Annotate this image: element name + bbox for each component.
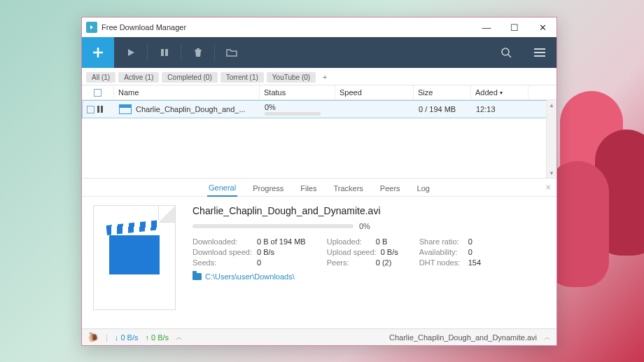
tab-files[interactable]: Files: [299, 181, 318, 196]
statusbar-filename: Charlie_Chaplin_Dough_and_Dynamite.avi: [389, 333, 537, 342]
app-title: Free Download Manager: [102, 23, 186, 32]
tab-log[interactable]: Log: [416, 181, 431, 196]
filter-torrent[interactable]: Torrent (1): [220, 72, 264, 83]
tab-trackers[interactable]: Trackers: [332, 181, 364, 196]
row-speed: [336, 101, 414, 118]
tab-peers[interactable]: Peers: [379, 181, 402, 196]
svg-rect-1: [165, 49, 168, 56]
app-window: Free Download Manager — ☐ ✕ All (1) Acti…: [81, 17, 557, 346]
svg-point-2: [502, 48, 509, 55]
app-logo-icon: [86, 22, 97, 33]
menu-button[interactable]: [523, 37, 556, 68]
maximize-button[interactable]: ☐: [500, 18, 528, 37]
add-button[interactable]: [82, 37, 114, 68]
scrollbar[interactable]: ▲ ▼: [546, 100, 556, 178]
close-button[interactable]: ✕: [528, 18, 556, 37]
snail-mode-button[interactable]: 🐌: [88, 332, 99, 342]
peers-value: 0 (2): [376, 258, 392, 267]
ulspeed-label: Upload speed:: [327, 248, 377, 256]
pause-button[interactable]: [148, 37, 181, 68]
global-download-rate: ↓ 0 B/s: [115, 333, 139, 342]
details-percent: 0%: [359, 222, 370, 230]
minimize-button[interactable]: —: [472, 18, 500, 37]
tab-general[interactable]: General: [207, 181, 237, 197]
row-added: 12:13: [476, 105, 496, 113]
details-panel: General Progress Files Trackers Peers Lo…: [82, 179, 556, 328]
downloaded-label: Downloaded:: [192, 237, 253, 246]
toolbar: [82, 37, 556, 68]
avail-label: Availability:: [419, 248, 464, 256]
dht-value: 154: [468, 258, 481, 267]
scroll-up-icon[interactable]: ▲: [547, 100, 556, 110]
downloaded-value: 0 B of 194 MB: [257, 237, 306, 246]
svg-rect-0: [161, 49, 164, 56]
delete-button[interactable]: [181, 37, 215, 68]
row-status: 0%: [265, 103, 276, 111]
filter-completed[interactable]: Completed (0): [162, 72, 217, 83]
ratio-label: Share ratio:: [419, 237, 464, 246]
col-speed[interactable]: Speed: [335, 85, 414, 99]
statusbar: 🐌 | ↓ 0 B/s ↑ 0 B/s ︿ Charlie_Chaplin_Do…: [82, 328, 556, 345]
download-list: Charlie_Chaplin_Dough_and_... 0% 0 / 194…: [82, 100, 556, 179]
titlebar[interactable]: Free Download Manager — ☐ ✕: [82, 18, 556, 37]
uploaded-label: Uploaded:: [327, 237, 372, 246]
search-button[interactable]: [489, 37, 523, 68]
table-header: Name Status Speed Size Added ▾: [82, 85, 556, 100]
col-status[interactable]: Status: [260, 85, 335, 99]
row-filename: Charlie_Chaplin_Dough_and_...: [136, 105, 246, 113]
filter-tabs: All (1) Active (1) Completed (0) Torrent…: [82, 68, 556, 85]
video-file-icon: [119, 104, 132, 114]
tab-progress[interactable]: Progress: [251, 181, 285, 196]
row-checkbox[interactable]: [87, 106, 94, 113]
rate-menu-button[interactable]: ︿: [176, 333, 183, 342]
filter-all[interactable]: All (1): [86, 72, 115, 83]
peers-label: Peers:: [327, 258, 372, 267]
uploaded-value: 0 B: [376, 237, 388, 246]
paused-icon: [97, 106, 103, 113]
folder-icon: [192, 273, 202, 280]
select-all-checkbox[interactable]: [94, 89, 102, 97]
details-close-button[interactable]: ×: [545, 182, 551, 193]
col-size[interactable]: Size: [414, 85, 471, 99]
filter-youtube[interactable]: YouTube (0): [267, 72, 316, 83]
col-added[interactable]: Added ▾: [471, 85, 528, 99]
ulspeed-value: 0 B/s: [381, 248, 398, 256]
file-thumbnail: [93, 205, 176, 310]
details-progressbar: [192, 224, 354, 228]
details-title: Charlie_Chaplin_Dough_and_Dynamite.avi: [192, 205, 545, 216]
row-size: 0 / 194 MB: [419, 105, 456, 113]
folder-button[interactable]: [215, 37, 248, 68]
dlspeed-value: 0 B/s: [257, 248, 274, 256]
table-row[interactable]: Charlie_Chaplin_Dough_and_... 0% 0 / 194…: [82, 100, 556, 118]
filter-active[interactable]: Active (1): [118, 72, 159, 83]
ratio-value: 0: [468, 237, 472, 246]
dht-label: DHT nodes:: [419, 258, 464, 267]
avail-value: 0: [468, 248, 472, 256]
col-name[interactable]: Name: [114, 85, 260, 99]
scroll-down-icon[interactable]: ▼: [547, 168, 556, 178]
sort-desc-icon: ▾: [500, 90, 503, 96]
open-folder-link[interactable]: C:\Users\user\Downloads\: [192, 272, 545, 281]
download-path: C:\Users\user\Downloads\: [205, 272, 295, 281]
seeds-label: Seeds:: [192, 258, 253, 267]
statusbar-menu-button[interactable]: ︿: [544, 333, 551, 342]
dlspeed-label: Download speed:: [192, 248, 253, 256]
details-tabs: General Progress Files Trackers Peers Lo…: [82, 179, 556, 197]
filter-add-button[interactable]: +: [318, 72, 331, 83]
seeds-value: 0: [257, 258, 261, 267]
start-button[interactable]: [114, 37, 148, 68]
row-progressbar: [265, 112, 321, 116]
global-upload-rate: ↑ 0 B/s: [145, 333, 169, 342]
